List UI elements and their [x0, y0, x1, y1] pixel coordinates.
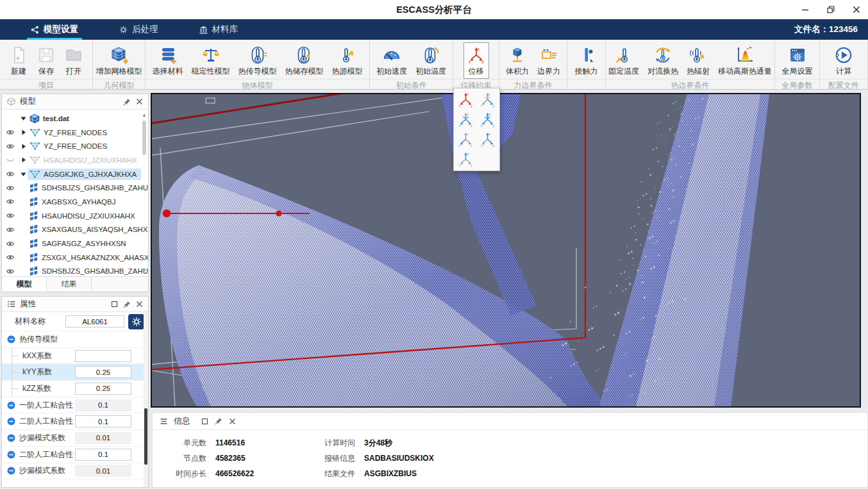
- scroll-up-icon[interactable]: ▲: [142, 112, 147, 119]
- svg-text:y: y: [492, 104, 494, 108]
- eye-icon[interactable]: [5, 185, 15, 192]
- boundary-force-icon: [539, 45, 558, 65]
- axis-z-blue[interactable]: zxy: [456, 150, 476, 169]
- float-icon[interactable]: [110, 300, 119, 308]
- ribbon-button-heat-conduction[interactable]: 热传导模型: [235, 42, 281, 79]
- ribbon-button-initial-temperature[interactable]: 初始温度: [412, 42, 450, 79]
- property-input[interactable]: 0.1: [75, 415, 131, 427]
- property-input[interactable]: 0.1: [75, 399, 131, 411]
- caret-right-icon[interactable]: [19, 129, 28, 135]
- tree-item[interactable]: HSAUHDISU_JZXIUXHAHX: [2, 153, 148, 167]
- close-icon[interactable]: [135, 300, 144, 308]
- tree-item[interactable]: SAGFASGZ_ASYHHXSN: [2, 236, 148, 251]
- caret-down-icon[interactable]: [19, 172, 28, 177]
- ribbon-button-convection[interactable]: 对流换热: [644, 42, 682, 79]
- model-panel-tab-model[interactable]: 模型: [2, 277, 47, 292]
- property-input[interactable]: 0.01: [75, 432, 131, 444]
- ribbon-button-open-folder[interactable]: 打开: [60, 42, 87, 79]
- model-panel-title: 模型: [20, 96, 36, 107]
- scroll-down-icon[interactable]: ▼: [142, 267, 147, 274]
- scroll-thumb[interactable]: [142, 120, 146, 155]
- material-name-input[interactable]: AL6061: [65, 315, 124, 327]
- tree-item[interactable]: ZSXGX_HSAKAZNZXK_AHASX: [2, 251, 148, 265]
- eye-icon[interactable]: [5, 240, 15, 247]
- close-window-icon[interactable]: [851, 4, 862, 15]
- viewport-3d[interactable]: [151, 93, 861, 408]
- collapse-minus-icon[interactable]: [7, 451, 15, 459]
- tab-material-library[interactable]: 材料库: [196, 19, 242, 40]
- ribbon-button-stability-model[interactable]: 稳定性模型: [188, 42, 234, 79]
- ribbon-button-compute[interactable]: 计算: [830, 42, 857, 79]
- tree-item[interactable]: XAGBSXG_AYHAQBJ: [2, 195, 148, 209]
- model-panel-tab-result[interactable]: 结果: [47, 277, 92, 292]
- property-section-row[interactable]: 热传导模型: [2, 331, 148, 348]
- eye-icon[interactable]: [5, 268, 15, 275]
- tab-post-process[interactable]: 后处理: [115, 19, 162, 40]
- ribbon-button-global-settings[interactable]: 全局设置: [778, 42, 817, 79]
- ribbon-button-save[interactable]: 保存: [33, 42, 60, 79]
- eye-icon[interactable]: [5, 170, 15, 178]
- axis-xy-blue-plane[interactable]: zxy: [456, 110, 476, 129]
- tree-item[interactable]: AGSGKJKG_GJHXAJKHXA: [2, 167, 148, 181]
- eye-off-icon[interactable]: [5, 156, 15, 163]
- ribbon-button-add-mesh[interactable]: 增加网格模型: [92, 42, 146, 79]
- scroll-thumb[interactable]: [144, 408, 147, 465]
- axis-zy-blue[interactable]: zxy: [478, 130, 497, 149]
- caret-right-icon[interactable]: [19, 144, 28, 149]
- pin-icon[interactable]: [214, 417, 223, 426]
- tree-guide: [12, 381, 22, 397]
- caret-down-icon[interactable]: [19, 116, 28, 121]
- collapse-minus-icon[interactable]: [7, 335, 15, 344]
- property-input[interactable]: 0.01: [75, 465, 131, 477]
- ribbon-button-body-force[interactable]: 体积力: [502, 42, 533, 79]
- axis-xyz-blue-plane[interactable]: zxy: [478, 110, 497, 129]
- pin-icon[interactable]: [122, 300, 131, 309]
- ribbon-button-displacement-axis[interactable]: zxy位移: [463, 42, 489, 79]
- tree-item[interactable]: SDHSBJZS_GHSABJHB_ZAHU: [2, 265, 148, 276]
- ribbon-button-heat-source[interactable]: 热源模型: [328, 42, 367, 79]
- ribbon-button-boundary-force[interactable]: 边界力: [533, 42, 564, 79]
- ribbon-button-new-file[interactable]: 新建: [5, 42, 32, 79]
- close-icon[interactable]: [228, 417, 237, 426]
- property-input[interactable]: 0.25: [75, 383, 131, 395]
- collapse-minus-icon[interactable]: [7, 467, 15, 475]
- caret-right-icon[interactable]: [19, 157, 28, 163]
- collapse-minus-icon[interactable]: [7, 417, 15, 426]
- tree-scrollbar[interactable]: ▲ ▼: [141, 112, 147, 274]
- tree-item[interactable]: SDHSBJZS_GHSABJHB_ZAHU: [2, 181, 148, 195]
- axis-xyz-red[interactable]: zxy: [456, 90, 476, 109]
- ribbon-button-thermal-radiation[interactable]: 热辐射: [683, 42, 714, 79]
- properties-scrollbar[interactable]: [144, 312, 148, 487]
- ribbon-button-fixed-temperature[interactable]: 固定温度: [605, 42, 643, 79]
- ribbon-button-contact-force[interactable]: 接触力: [571, 42, 602, 79]
- collapse-minus-icon[interactable]: [7, 434, 15, 442]
- property-input[interactable]: 0.25: [75, 366, 131, 378]
- material-gear-button[interactable]: [128, 314, 144, 329]
- eye-icon[interactable]: [5, 198, 15, 205]
- ribbon-button-initial-velocity[interactable]: 初始速度: [372, 42, 411, 79]
- property-input[interactable]: [75, 350, 131, 362]
- tree-item[interactable]: YZ_FREE_NODES: [2, 139, 148, 153]
- axis-y-blue[interactable]: zxy: [478, 90, 497, 109]
- axis-x-blue[interactable]: zxy: [456, 130, 476, 149]
- eye-icon[interactable]: [5, 212, 15, 219]
- eye-icon[interactable]: [5, 254, 15, 261]
- collapse-minus-icon[interactable]: [7, 401, 15, 410]
- tree-item[interactable]: test.dat: [2, 112, 148, 126]
- tab-model-settings[interactable]: 模型设置: [27, 19, 82, 40]
- restore-window-icon[interactable]: [826, 4, 836, 15]
- tree-item[interactable]: XSAXGAUS_AISYAQSH_ASHX: [2, 223, 148, 237]
- pin-icon[interactable]: [122, 97, 131, 106]
- float-icon[interactable]: [201, 417, 209, 426]
- close-icon[interactable]: [135, 97, 144, 106]
- ribbon-button-select-material[interactable]: 选择材料: [149, 42, 187, 79]
- tree-item[interactable]: HSAUHDISU_JZXIUXHAHX: [2, 209, 148, 223]
- property-input[interactable]: 0.1: [75, 449, 131, 461]
- ribbon-button-heat-storage[interactable]: 热储存模型: [281, 42, 328, 79]
- minimize-icon[interactable]: [800, 4, 810, 15]
- eye-icon[interactable]: [5, 129, 15, 136]
- tree-item[interactable]: YZ_FREE_NODES: [2, 126, 148, 140]
- ribbon-button-gauss-heat-flux[interactable]: 移动高斯热通量: [714, 42, 776, 79]
- eye-icon[interactable]: [5, 226, 15, 233]
- eye-icon[interactable]: [5, 143, 15, 150]
